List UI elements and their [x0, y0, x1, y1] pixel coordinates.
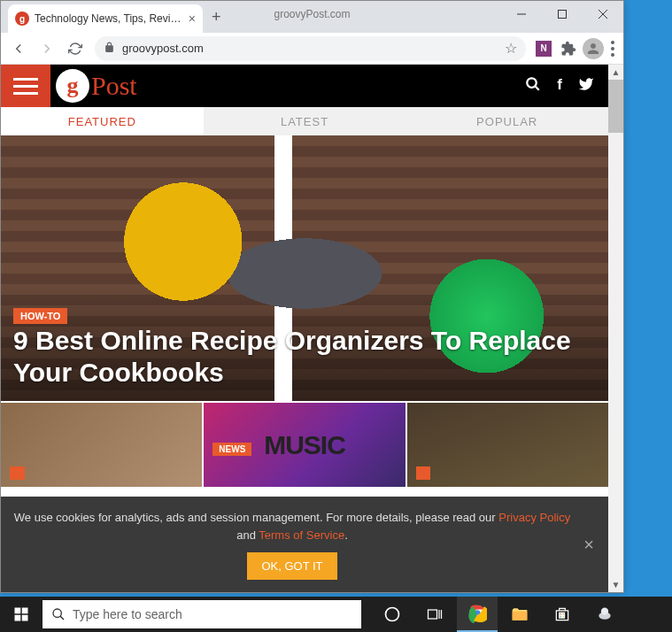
file-explorer-icon[interactable] — [499, 597, 540, 632]
hero-article[interactable]: HOW-TO 9 Best Online Recipe Organizers T… — [1, 135, 608, 401]
forward-button[interactable] — [35, 36, 59, 61]
cookie-accept-button[interactable]: OK, GOT IT — [247, 552, 336, 580]
svg-rect-8 — [15, 615, 21, 621]
extensions-icon[interactable] — [558, 38, 579, 59]
twitter-icon[interactable] — [578, 76, 594, 96]
svg-point-24 — [601, 608, 608, 615]
favicon-icon: g — [15, 12, 29, 26]
svg-rect-13 — [429, 610, 437, 619]
cookie-close-icon[interactable]: × — [583, 535, 594, 555]
search-icon[interactable] — [525, 76, 541, 96]
back-button[interactable] — [6, 36, 31, 61]
logo-g-icon: g — [56, 69, 89, 103]
cookie-banner: We use cookies for analytics, ads and se… — [1, 497, 608, 592]
url-text: groovypost.com — [122, 42, 498, 55]
start-button[interactable] — [0, 597, 42, 632]
category-badge — [416, 466, 431, 480]
microsoft-store-icon[interactable] — [542, 597, 583, 632]
maximize-button[interactable] — [542, 1, 583, 27]
window-controls — [501, 1, 623, 27]
tab-popular[interactable]: POPULAR — [406, 107, 608, 135]
cortana-icon[interactable] — [372, 597, 413, 632]
privacy-link[interactable]: Privacy Policy — [498, 511, 570, 524]
bookmark-star-icon[interactable]: ☆ — [505, 40, 517, 57]
svg-rect-19 — [560, 613, 562, 615]
svg-rect-18 — [513, 612, 528, 620]
cookie-text: We use cookies for analytics, ads and se… — [13, 509, 571, 543]
app-icon[interactable] — [584, 597, 625, 632]
reload-button[interactable] — [63, 36, 88, 61]
svg-rect-7 — [22, 608, 28, 614]
logo-text: Post — [91, 71, 137, 101]
thumbnail-row: MUSIC NEWS — [1, 403, 608, 487]
header-icons: f — [525, 76, 608, 96]
taskbar-search[interactable]: Type here to search — [42, 600, 361, 628]
tab-featured[interactable]: FEATURED — [1, 107, 204, 135]
thumbnail-2[interactable]: MUSIC NEWS — [204, 403, 405, 487]
tos-link[interactable]: Terms of Service — [259, 528, 344, 542]
content-area: g Post f FEATURED LATEST POPULAR HOW-TO … — [1, 65, 623, 592]
svg-rect-20 — [562, 613, 565, 615]
tab-latest[interactable]: LATEST — [204, 107, 406, 135]
svg-rect-21 — [560, 616, 562, 619]
taskbar-icons — [372, 597, 625, 632]
scrollbar[interactable]: ▲ ▼ — [608, 65, 623, 592]
svg-rect-22 — [562, 616, 565, 619]
search-placeholder: Type here to search — [73, 607, 182, 621]
site-header: g Post f — [1, 65, 608, 107]
facebook-icon[interactable]: f — [557, 76, 562, 96]
svg-line-11 — [60, 616, 64, 620]
svg-rect-1 — [559, 11, 567, 19]
new-tab-button[interactable]: + — [203, 3, 230, 32]
hamburger-menu-button[interactable] — [1, 65, 50, 107]
tab-close-icon[interactable]: × — [189, 12, 196, 26]
content-tabs: FEATURED LATEST POPULAR — [1, 107, 608, 135]
chrome-taskbar-icon[interactable] — [457, 597, 498, 632]
chrome-menu-button[interactable] — [607, 37, 618, 60]
svg-rect-6 — [15, 608, 21, 614]
hero-title: 9 Best Online Recipe Organizers To Repla… — [13, 325, 596, 389]
browser-window: g Technology News, Tips, Reviews, × + gr… — [0, 0, 624, 593]
titlebar: g Technology News, Tips, Reviews, × + gr… — [1, 1, 623, 33]
thumbnail-1[interactable] — [1, 403, 202, 487]
onenote-extension-icon[interactable]: N — [533, 38, 554, 59]
omnibox[interactable]: groovypost.com ☆ — [95, 36, 526, 61]
svg-line-5 — [536, 86, 540, 90]
search-icon — [51, 607, 66, 621]
profile-avatar-icon[interactable] — [583, 38, 604, 59]
window-title: groovyPost.com — [274, 8, 350, 20]
svg-rect-9 — [22, 615, 28, 621]
address-bar: groovypost.com ☆ N — [1, 33, 623, 65]
minimize-button[interactable] — [501, 1, 542, 27]
close-button[interactable] — [583, 1, 623, 27]
music-graphic: MUSIC — [264, 430, 345, 460]
task-view-icon[interactable] — [414, 597, 455, 632]
category-badge: NEWS — [212, 443, 251, 456]
svg-point-10 — [53, 609, 61, 617]
category-badge — [10, 466, 25, 480]
scroll-down-icon[interactable]: ▼ — [608, 577, 623, 592]
site-logo[interactable]: g Post — [56, 69, 137, 103]
svg-point-12 — [386, 608, 399, 621]
svg-point-4 — [528, 78, 537, 88]
scroll-thumb[interactable] — [608, 80, 623, 133]
lock-icon — [104, 42, 115, 56]
taskbar: Type here to search — [0, 597, 672, 632]
category-badge: HOW-TO — [13, 308, 67, 324]
browser-tab[interactable]: g Technology News, Tips, Reviews, × — [8, 4, 203, 33]
scroll-up-icon[interactable]: ▲ — [608, 65, 623, 80]
tab-title: Technology News, Tips, Reviews, — [35, 12, 183, 25]
thumbnail-3[interactable] — [407, 403, 608, 487]
